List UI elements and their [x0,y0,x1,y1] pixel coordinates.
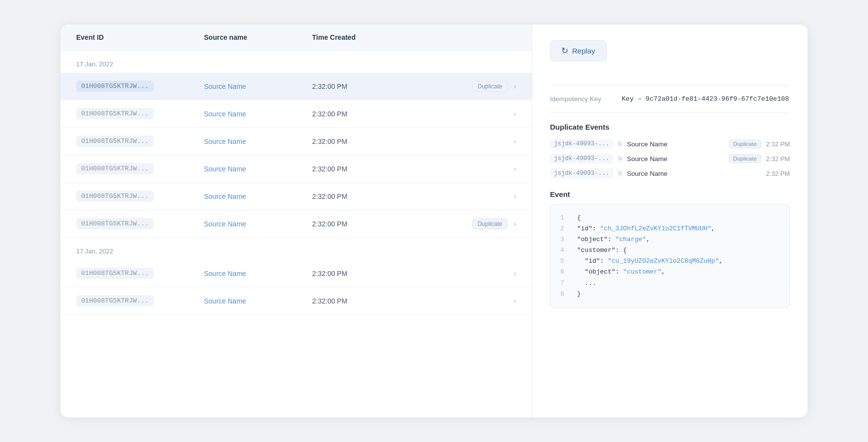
code-line-1: 1 { [560,213,780,223]
dup-source-name: Source Name [627,140,724,148]
code-content: "id": "cu_19yUZO2eZvKYlo2C8qM6ZuHp", [577,256,723,267]
duplicate-events-title: Duplicate Events [550,123,790,131]
idempotency-label: Idempotency Key [550,95,614,103]
line-number: 1 [560,213,568,223]
chevron-right-icon: › [514,269,516,278]
time-cell: 2:32:00 PM [312,83,472,90]
code-content: "object": "charge", [577,234,650,245]
chevron-right-icon: › [514,137,516,146]
line-number: 4 [560,245,568,256]
event-id-cell: 01H008TG5KTRJW... [76,163,154,174]
duplicate-badge: Duplicate [472,219,508,229]
code-line-4: 4 "customer": { [560,245,780,256]
dup-time: 2:32 PM [766,155,790,163]
source-name-link[interactable]: Source Name [204,138,246,145]
line-number: 5 [560,256,568,267]
dup-event-row: jsjdk-49093-... ⎘ Source Name Duplicate … [550,139,790,149]
dup-event-row: jsjdk-49093-... ⎘ Source Name 2:32 PM [550,168,790,178]
copy-icon[interactable]: ⎘ [618,155,622,163]
event-id-cell: 01H008TG5KTRJW... [76,191,154,202]
line-number: 3 [560,234,568,245]
event-id-cell: 01H008TG5KTRJW... [76,295,154,306]
line-number: 6 [560,267,568,277]
source-name-link[interactable]: Source Name [204,297,246,305]
duplicate-badge: Duplicate [472,81,508,92]
time-cell: 2:32:00 PM [312,165,514,173]
event-id-cell: 01H008TG5KTRJW... [76,268,154,279]
source-name-link[interactable]: Source Name [204,83,246,90]
chevron-right-icon: › [514,220,516,228]
dup-badge: Duplicate [729,154,761,163]
event-id-cell: 01H008TG5KTRJW... [76,81,154,92]
divider-2 [550,112,790,113]
duplicate-events-list: jsjdk-49093-... ⎘ Source Name Duplicate … [550,139,790,178]
chevron-right-icon: › [514,165,516,173]
right-panel: ↻ Replay Idempotency Key Key – 9c72a01d-… [532,25,808,417]
chevron-right-icon: › [514,192,516,201]
code-content: "id": "ch_3JOhfL2eZvKYlo2C1fTVMUUH", [577,223,715,234]
line-number: 8 [560,289,568,300]
table-row[interactable]: 01H008TG5KTRJW... Source Name 2:32:00 PM… [60,210,532,238]
code-line-8: 8 } [560,289,780,300]
source-name-link[interactable]: Source Name [204,193,246,200]
table-row[interactable]: 01H008TG5KTRJW... Source Name 2:32:00 PM… [60,183,532,210]
event-id-cell: 01H008TG5KTRJW... [76,218,154,229]
code-line-5: 5 "id": "cu_19yUZO2eZvKYlo2C8qM6ZuHp", [560,256,780,267]
table-row[interactable]: 01H008TG5KTRJW... Source Name 2:32:00 PM… [60,260,532,287]
replay-label: Replay [572,47,595,55]
code-content: "object": "customer", [577,267,665,277]
table-row[interactable]: 01H008TG5KTRJW... Source Name 2:32:00 PM… [60,287,532,315]
code-content: "customer": { [577,245,627,256]
idempotency-row: Idempotency Key Key – 9c72a01d-fe81-4423… [550,95,790,103]
code-content: } [577,289,581,300]
table-row[interactable]: 01H008TG5KTRJW... Source Name 2:32:00 PM… [60,100,532,128]
time-cell: 2:32:00 PM [312,270,514,277]
dup-source-name: Source Name [627,170,761,177]
left-panel: Event ID Source name Time Created 17 Jan… [60,25,532,417]
dup-time: 2:32 PM [766,140,790,148]
date-separator-1: 17 Jan, 2022 [60,51,532,73]
time-cell: 2:32:00 PM [312,220,472,228]
divider-1 [550,85,790,85]
code-content: ... [577,278,596,289]
event-id-cell: 01H008TG5KTRJW... [76,108,154,119]
event-id-cell: 01H008TG5KTRJW... [76,136,154,147]
main-card: Event ID Source name Time Created 17 Jan… [60,25,808,417]
col-header-event-id: Event ID [76,33,204,41]
time-cell: 2:32:00 PM [312,193,514,200]
col-header-source-name: Source name [204,33,312,41]
table-row[interactable]: 01H008TG5KTRJW... Source Name 2:32:00 PM… [60,128,532,155]
table-row[interactable]: 01H008TG5KTRJW... Source Name 2:32:00 PM… [60,73,532,100]
time-cell: 2:32:00 PM [312,110,514,118]
chevron-right-icon: › [514,82,516,91]
source-name-link[interactable]: Source Name [204,165,246,173]
chevron-right-icon: › [514,110,516,118]
dup-source-name: Source Name [627,155,724,163]
col-header-time-created: Time Created [312,33,516,41]
code-line-2: 2 "id": "ch_3JOhfL2eZvKYlo2C1fTVMUUH", [560,223,780,234]
line-number: 2 [560,223,568,234]
replay-icon: ↻ [561,46,568,56]
source-name-link[interactable]: Source Name [204,270,246,277]
chevron-right-icon: › [514,297,516,305]
table-header: Event ID Source name Time Created [60,25,532,51]
dup-badge: Duplicate [729,139,761,148]
dup-event-id: jsjdk-49093-... [550,154,613,164]
source-name-link[interactable]: Source Name [204,220,246,228]
idempotency-value: Key – 9c72a01d-fe81-4423-96f9-67fc7e10e1… [622,95,789,103]
time-cell: 2:32:00 PM [312,297,514,305]
time-cell: 2:32:00 PM [312,138,514,145]
dup-time: 2:32 PM [766,170,790,177]
copy-icon[interactable]: ⎘ [618,140,622,148]
table-row[interactable]: 01H008TG5KTRJW... Source Name 2:32:00 PM… [60,155,532,183]
event-section-title: Event [550,190,790,198]
dup-event-id: jsjdk-49093-... [550,168,613,178]
source-name-link[interactable]: Source Name [204,110,246,118]
code-line-3: 3 "object": "charge", [560,234,780,245]
replay-button[interactable]: ↻ Replay [550,40,607,61]
code-content: { [577,213,581,223]
copy-icon[interactable]: ⎘ [618,169,622,177]
line-number: 7 [560,278,568,289]
date-separator-2: 17 Jan, 2022 [60,238,532,260]
code-line-7: 7 ... [560,278,780,289]
